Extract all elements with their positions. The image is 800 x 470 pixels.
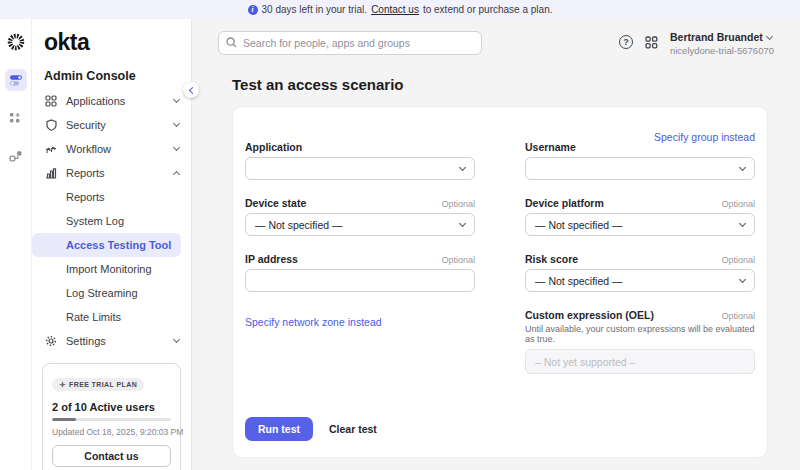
custom-expression-value: – Not yet supported –	[535, 356, 635, 368]
trial-banner-text: 30 days left in your trial.	[262, 4, 368, 15]
specify-network-zone-link[interactable]: Specify network zone instead	[245, 316, 382, 328]
application-label: Application	[245, 141, 302, 153]
trial-updated-timestamp: Updated Oct 18, 2025, 9:20:03 PM	[52, 427, 171, 437]
grid-plus-icon	[9, 112, 22, 125]
applications-grid-icon	[44, 95, 58, 107]
ip-address-field: IP address Optional	[245, 253, 475, 292]
account-name: Bertrand Bruandet	[670, 31, 763, 43]
account-menu[interactable]: Bertrand Bruandet nicelydone-trial-56760…	[670, 31, 774, 56]
sidebar-item-log-streaming[interactable]: Log Streaming	[32, 281, 181, 305]
toggles-icon	[9, 73, 23, 87]
risk-score-label: Risk score	[525, 253, 578, 265]
custom-expression-field: Custom expression (OEL) Optional Until a…	[525, 309, 755, 374]
chevron-down-icon	[173, 96, 180, 103]
okta-spinner-logo[interactable]	[5, 31, 27, 53]
trial-banner: i 30 days left in your trial. Contact us…	[0, 0, 800, 19]
device-platform-field: Device platform Optional — Not specified…	[525, 197, 755, 236]
sidebar-nav: Applications Security Workflow	[32, 89, 191, 353]
specify-group-link[interactable]: Specify group instead	[654, 131, 755, 143]
sidebar-collapse-button[interactable]	[183, 82, 199, 98]
shield-icon	[44, 119, 58, 131]
ip-address-input[interactable]	[245, 269, 475, 292]
chevron-down-icon	[459, 163, 466, 170]
custom-expression-helper: Until available, your custom expressions…	[525, 324, 755, 344]
sidebar-item-label: Applications	[66, 95, 166, 107]
admin-console-rail-button[interactable]	[5, 69, 27, 91]
device-state-select[interactable]: — Not specified —	[245, 213, 475, 236]
trial-banner-suffix: to extend or purchase a plan.	[423, 4, 553, 15]
gear-icon	[44, 335, 58, 347]
chevron-down-icon	[173, 336, 180, 343]
sidebar-item-system-log[interactable]: System Log	[32, 209, 181, 233]
sidebar-item-label: Workflow	[66, 143, 166, 155]
run-test-button[interactable]: Run test	[245, 417, 313, 441]
sparkle-icon	[59, 381, 66, 388]
sidebar-item-access-testing-tool[interactable]: Access Testing Tool	[32, 233, 181, 257]
chevron-down-icon	[766, 32, 773, 39]
chevron-down-icon	[739, 275, 746, 282]
device-state-value: — Not specified —	[255, 219, 343, 231]
bar-chart-icon	[44, 167, 58, 179]
device-platform-value: — Not specified —	[535, 219, 623, 231]
access-scenario-form-card: Application Device state Optional	[232, 106, 768, 458]
form-right-column: Specify group instead Username De	[525, 127, 755, 391]
trial-progress-bar	[52, 418, 171, 421]
username-select[interactable]	[525, 157, 755, 180]
page-title: Test an access scenario	[232, 76, 774, 93]
help-icon[interactable]: ?	[619, 35, 633, 49]
search-icon	[226, 37, 237, 48]
trial-plan-badge-label: FREE TRIAL PLAN	[69, 381, 137, 388]
sidebar-item-settings[interactable]: Settings	[32, 329, 191, 353]
device-platform-select[interactable]: — Not specified —	[525, 213, 755, 236]
account-org: nicelydone-trial-5676070	[670, 45, 774, 56]
integrations-rail-button[interactable]	[5, 145, 27, 167]
trial-plan-badge: FREE TRIAL PLAN	[52, 378, 144, 391]
sidebar-subitem-label: Reports	[66, 191, 105, 203]
trial-active-users: 2 of 10 Active users	[52, 401, 171, 413]
sidebar-item-import-monitoring[interactable]: Import Monitoring	[32, 257, 181, 281]
info-icon: i	[248, 5, 258, 15]
sidebar-item-workflow[interactable]: Workflow	[32, 137, 191, 161]
custom-expression-input: – Not yet supported –	[525, 349, 755, 374]
trial-contact-link[interactable]: Contact us	[371, 4, 419, 15]
clear-test-button[interactable]: Clear test	[329, 423, 377, 435]
chevron-down-icon	[459, 219, 466, 226]
risk-score-value: — Not specified —	[535, 275, 623, 287]
risk-score-field: Risk score Optional — Not specified —	[525, 253, 755, 292]
trial-progress-fill	[52, 418, 76, 421]
sidebar-item-label: Reports	[66, 167, 166, 179]
ip-address-label: IP address	[245, 253, 298, 265]
sidebar-item-reports-sub[interactable]: Reports	[32, 185, 181, 209]
sidebar: okta Admin Console Applications Security	[32, 19, 192, 470]
application-select[interactable]	[245, 157, 475, 180]
optional-tag: Optional	[721, 311, 755, 321]
sidebar-subitem-label: Import Monitoring	[66, 263, 152, 275]
sidebar-item-label: Settings	[66, 335, 166, 347]
trial-plan-card: FREE TRIAL PLAN 2 of 10 Active users Upd…	[42, 363, 181, 470]
search-input[interactable]	[218, 31, 482, 55]
apps-grid-icon[interactable]	[645, 35, 658, 53]
sidebar-item-rate-limits[interactable]: Rate Limits	[32, 305, 181, 329]
okta-spinner-icon	[7, 33, 25, 51]
sidebar-subitem-label: Log Streaming	[66, 287, 138, 299]
icon-rail	[0, 19, 32, 470]
optional-tag: Optional	[441, 255, 475, 265]
add-apps-rail-button[interactable]	[5, 107, 27, 129]
username-label: Username	[525, 141, 576, 153]
device-platform-label: Device platform	[525, 197, 604, 209]
link-nodes-icon	[9, 149, 23, 163]
sidebar-item-reports[interactable]: Reports	[32, 161, 191, 185]
application-field: Application	[245, 141, 475, 180]
main-content: ? Bertrand Bruandet nicelydone-trial-567…	[192, 19, 800, 470]
sidebar-item-label: Security	[66, 119, 166, 131]
optional-tag: Optional	[441, 199, 475, 209]
chevron-down-icon	[739, 163, 746, 170]
device-state-label: Device state	[245, 197, 306, 209]
trial-contact-us-button[interactable]: Contact us	[52, 445, 171, 467]
chevron-up-icon	[173, 171, 180, 178]
sidebar-subitem-label: Access Testing Tool	[66, 239, 171, 251]
risk-score-select[interactable]: — Not specified —	[525, 269, 755, 292]
sidebar-item-security[interactable]: Security	[32, 113, 191, 137]
sidebar-item-applications[interactable]: Applications	[32, 89, 191, 113]
form-left-column: Application Device state Optional	[245, 127, 475, 391]
